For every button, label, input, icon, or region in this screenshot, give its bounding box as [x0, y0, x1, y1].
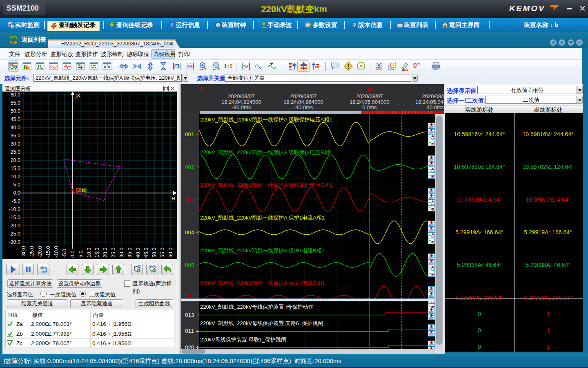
svg-text:b: b — [82, 187, 85, 193]
svg-text:35.0: 35.0 — [127, 248, 133, 258]
svg-text:2020/08/07: 2020/08/07 — [356, 93, 383, 99]
svg-text:25.0: 25.0 — [111, 248, 116, 258]
svg-text:40.0: 40.0 — [11, 125, 20, 130]
svg-text:-10.0: -10.0 — [9, 206, 21, 212]
svg-text:10.0: 10.0 — [11, 174, 20, 180]
svg-text:45.0: 45.0 — [143, 248, 149, 258]
svg-text:-15.0: -15.0 — [45, 246, 51, 258]
svg-text:?: ? — [353, 22, 356, 27]
svg-text:220kV_凯默线_220kV凯默一线保护A 保护1电流A相: 220kV_凯默线_220kV凯默一线保护A 保护1电流A相1 — [200, 215, 325, 221]
svg-text:-40.0ms: -40.0ms — [294, 104, 313, 110]
svg-text:011: 011 — [185, 328, 194, 334]
svg-text:-25.0: -25.0 — [9, 231, 21, 237]
svg-text:004: 004 — [185, 229, 194, 236]
svg-text:15.0: 15.0 — [94, 248, 100, 258]
svg-text:2020/08/07: 2020/08/07 — [228, 93, 254, 99]
svg-text:013: 013 — [185, 312, 194, 318]
svg-text:35.0: 35.0 — [11, 133, 20, 139]
svg-text:20.0: 20.0 — [102, 248, 108, 258]
svg-text:15.0: 15.0 — [11, 166, 20, 171]
svg-text:-5.0: -5.0 — [11, 198, 20, 204]
svg-text:60.0: 60.0 — [168, 248, 174, 258]
svg-text:220kV_凯默线_220kV凯默一线保护A 保护1电流B相: 220kV_凯默线_220kV凯默一线保护A 保护1电流B相1 — [200, 247, 325, 254]
svg-text:5.0: 5.0 — [13, 182, 20, 188]
svg-text:55.0: 55.0 — [160, 248, 165, 258]
svg-text:-15.0: -15.0 — [9, 215, 21, 220]
svg-text:A: A — [199, 86, 203, 92]
svg-text:0.0ms: 0.0ms — [362, 104, 377, 110]
svg-text:60.0: 60.0 — [11, 92, 20, 98]
svg-text:20.0: 20.0 — [11, 157, 20, 163]
svg-text:-30.0: -30.0 — [9, 239, 21, 245]
svg-text:005: 005 — [185, 262, 194, 268]
svg-text:220kV_凯默线_220kV凯默一线保护A 保护1电流C相: 220kV_凯默线_220kV凯默一线保护A 保护1电流C相1 — [200, 280, 325, 286]
svg-text:10.0: 10.0 — [86, 248, 92, 258]
svg-text:30.0: 30.0 — [119, 248, 125, 258]
svg-text:220kV_凯默线_220kV凯默一线保护A 级联保护电压C: 220kV_凯默线_220kV凯默一线保护A 级联保护电压C相1 — [200, 182, 332, 188]
svg-text:40.0ms: 40.0ms — [427, 104, 444, 110]
svg-text:55.0: 55.0 — [11, 100, 20, 106]
svg-text:-25.0: -25.0 — [29, 246, 35, 258]
svg-text:-5.0: -5.0 — [62, 249, 67, 258]
svg-text:-80.0ms: -80.0ms — [232, 104, 251, 110]
svg-text:-30.0: -30.0 — [21, 246, 27, 258]
svg-text:50.0: 50.0 — [11, 108, 20, 114]
svg-text:003: 003 — [185, 197, 194, 203]
svg-text:002: 002 — [185, 164, 194, 170]
svg-text:220kV_凯默线_220kV母线保护装置 I母保护动作: 220kV_凯默线_220kV母线保护装置 I母保护动作 — [200, 304, 313, 310]
svg-text:R: R — [172, 195, 175, 202]
svg-text:25.0: 25.0 — [11, 149, 20, 155]
svg-text:jX: jX — [75, 92, 80, 99]
svg-text:5.0: 5.0 — [78, 251, 84, 258]
svg-text:-20.0: -20.0 — [9, 223, 21, 229]
svg-text:50.0: 50.0 — [151, 248, 157, 258]
svg-text:45.0: 45.0 — [11, 117, 20, 122]
svg-text:-10.0: -10.0 — [53, 246, 59, 258]
svg-text:2020/08/07: 2020/08/07 — [290, 93, 316, 99]
svg-text:0.0: 0.0 — [70, 251, 76, 258]
svg-text:30.0: 30.0 — [11, 141, 20, 147]
svg-text:0.0: 0.0 — [13, 190, 20, 196]
svg-text:220kV_凯默线_220kV母线保护装置 支路6_保护跳闸: 220kV_凯默线_220kV母线保护装置 支路6_保护跳闸 — [200, 320, 323, 326]
svg-text:220kV_凯默线_220kV凯默一线保护A 级联保护电压B: 220kV_凯默线_220kV凯默一线保护A 级联保护电压B相1 — [200, 149, 332, 155]
svg-text:006: 006 — [185, 292, 194, 298]
svg-text:220kV_凯默线_220kV凯默一线保护A 级联保护电压A: 220kV_凯默线_220kV凯默一线保护A 级联保护电压A相1 — [200, 117, 332, 123]
svg-text:001: 001 — [185, 131, 194, 137]
svg-text:40.0: 40.0 — [135, 248, 141, 258]
svg-text:220kV母线保护装置 母联1_保护跳闸: 220kV母线保护装置 母联1_保护跳闸 — [200, 337, 286, 343]
svg-text:B: B — [368, 86, 372, 92]
svg-text:-20.0: -20.0 — [37, 246, 43, 258]
svg-text:2020/08/07: 2020/08/07 — [422, 93, 444, 99]
